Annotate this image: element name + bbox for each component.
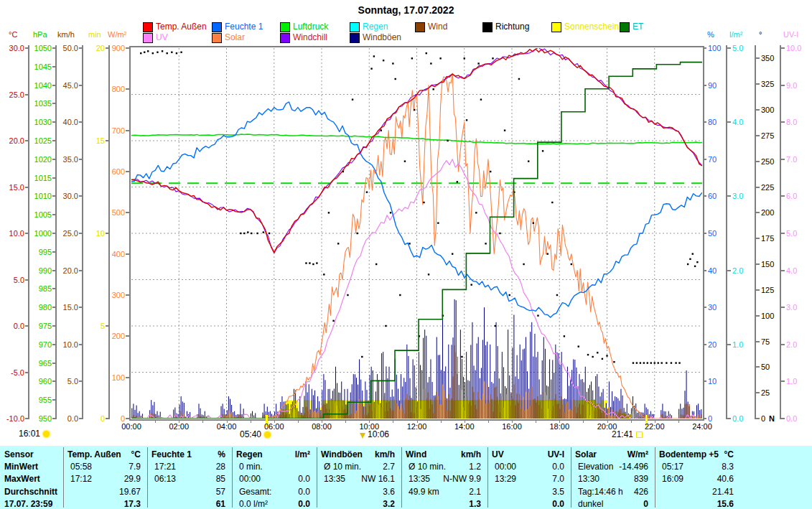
axis-tick-label-deg: 350 <box>761 54 774 62</box>
axis-tick-label-pct: 100 <box>708 44 721 52</box>
sunrise-time: 05:40 <box>240 429 261 439</box>
x-axis-tick <box>536 420 536 423</box>
axis-tick-label-temp: -5.0 <box>0 368 24 377</box>
axis-tick-label-temp: 0.0 <box>0 322 24 330</box>
x-axis-tick <box>465 420 465 423</box>
axis-tick-label-hpa: 970 <box>26 340 52 349</box>
axis-tick-label-wm2: 600 <box>99 167 125 176</box>
x-axis-tick <box>559 420 560 423</box>
axis-tick-lm2 <box>727 47 731 49</box>
axis-unit-kmh: km/h <box>57 30 75 39</box>
axis-tick-label-uvi: 5.0 <box>786 229 797 238</box>
x-axis-tick <box>202 420 203 423</box>
axis-tick-label-temp: 30.0 <box>0 44 24 52</box>
axis-tick-label-kmh: 0.0 <box>52 414 78 423</box>
axis-tick-pct <box>703 195 706 197</box>
axis-tick-label-hpa: 1015 <box>26 174 52 182</box>
x-axis-label: 00:00 <box>116 422 147 431</box>
axis-tick-label-hpa: 990 <box>26 266 52 275</box>
axis-tick-label-deg: 275 <box>761 131 774 140</box>
table-col-unit: W/m² <box>612 449 648 459</box>
x-axis-tick <box>678 420 679 423</box>
axis-tick-kmh <box>79 121 83 123</box>
legend-swatch-Windböen <box>350 33 360 43</box>
legend-label-Wind: Wind <box>428 22 447 32</box>
axis-tick-label-deg: 325 <box>761 80 774 88</box>
axis-tick-label-hpa: 980 <box>26 303 52 312</box>
axis-tick-label-hpa: 1030 <box>26 118 52 126</box>
axis-tick-label-deg: 50 <box>761 363 770 371</box>
sunset-time: 21:41 <box>612 429 633 439</box>
axis-tick-label-deg: 300 <box>761 106 774 114</box>
axis-tick-label-kmh: 35.0 <box>52 155 78 164</box>
axis-tick-deg <box>756 109 760 111</box>
table-cell-value: 0.0 <box>246 474 310 484</box>
axis-tick-label-uvi: 0.0 <box>786 414 797 423</box>
axis-tick-uvi <box>781 380 785 382</box>
table-separator <box>401 447 402 508</box>
axis-tick-pct <box>703 233 706 234</box>
axis-tick-label-lm2: 5.0 <box>732 44 743 52</box>
axis-tick-temp <box>25 187 29 188</box>
axis-tick-deg <box>756 238 760 239</box>
axis-tick-label-deg: 125 <box>761 286 774 294</box>
axis-tick-uvi <box>781 270 785 271</box>
table-cell-value: 57 <box>161 487 225 497</box>
axis-line-deg <box>755 45 756 419</box>
axis-tick-kmh <box>79 270 83 271</box>
axis-unit-wm2: W/m² <box>108 30 126 39</box>
axis-tick-lm2 <box>727 344 731 345</box>
day-length: 16:01 <box>19 429 50 439</box>
axis-tick-label-deg: 175 <box>761 234 774 243</box>
axis-line-lm2 <box>726 45 727 419</box>
axis-tick-label-kmh: 20.0 <box>52 266 78 275</box>
axis-tick-deg <box>756 83 760 85</box>
axis-tick-label-min: 5 <box>79 322 105 330</box>
x-axis-label: 14:00 <box>449 422 480 431</box>
axis-tick-lm2 <box>727 195 731 197</box>
x-axis-label: 10:00 <box>353 422 385 431</box>
table-cell-value: 3.6 <box>330 487 395 497</box>
legend-swatch-Wind <box>415 22 425 32</box>
axis-tick-pct <box>703 418 706 419</box>
axis-tick-hpa <box>52 66 56 67</box>
axis-tick-kmh <box>79 85 83 86</box>
axis-tick-label-hpa: 955 <box>26 396 52 404</box>
axis-tick-deg <box>756 161 760 162</box>
legend-swatch-Feuchte 1 <box>212 22 222 32</box>
axis-tick-label-lm2: 0.0 <box>732 414 743 423</box>
axis-tick-deg <box>756 418 760 419</box>
table-cell-value: 17.3 <box>76 499 141 509</box>
x-axis-tick <box>322 420 322 423</box>
axis-tick-kmh <box>79 195 83 197</box>
x-axis-tick <box>369 420 370 423</box>
axis-tick-label-wm2: 800 <box>99 85 125 93</box>
axis-tick-deg <box>756 187 760 188</box>
axis-tick-wm2 <box>126 377 129 378</box>
axis-tick-label-hpa: 1005 <box>26 210 52 219</box>
axis-tick-lm2 <box>727 270 731 271</box>
axis-tick-min <box>106 233 109 234</box>
table-row-label: MinWert <box>4 462 38 472</box>
legend-label-Luftdruck: Luftdruck <box>293 22 328 32</box>
axis-tick-label-deg: 200 <box>761 208 774 217</box>
axis-tick-label-hpa: 1045 <box>26 62 52 71</box>
axis-tick-label-hpa: 1035 <box>26 99 52 108</box>
axis-tick-pct <box>703 159 706 160</box>
x-axis-tick <box>345 420 346 423</box>
axis-tick-hpa <box>52 325 56 327</box>
axis-tick-label-kmh: 45.0 <box>52 81 78 90</box>
axis-tick-temp <box>25 372 29 373</box>
axis-tick-wm2 <box>126 130 129 131</box>
axis-tick-wm2 <box>126 171 129 172</box>
axis-tick-uvi <box>781 121 785 123</box>
axis-extra-label-deg: N <box>769 414 775 423</box>
table-col-unit: °C <box>698 449 734 459</box>
table-cell-value: 3.5 <box>500 487 564 497</box>
x-axis-tick <box>393 420 393 423</box>
axis-tick-pct <box>703 344 706 345</box>
axis-tick-label-hpa: 975 <box>26 322 52 330</box>
table-cell-value: 2.7 <box>330 462 395 472</box>
axis-unit-lm2: l/m² <box>729 30 742 39</box>
axis-tick-deg <box>756 366 760 368</box>
